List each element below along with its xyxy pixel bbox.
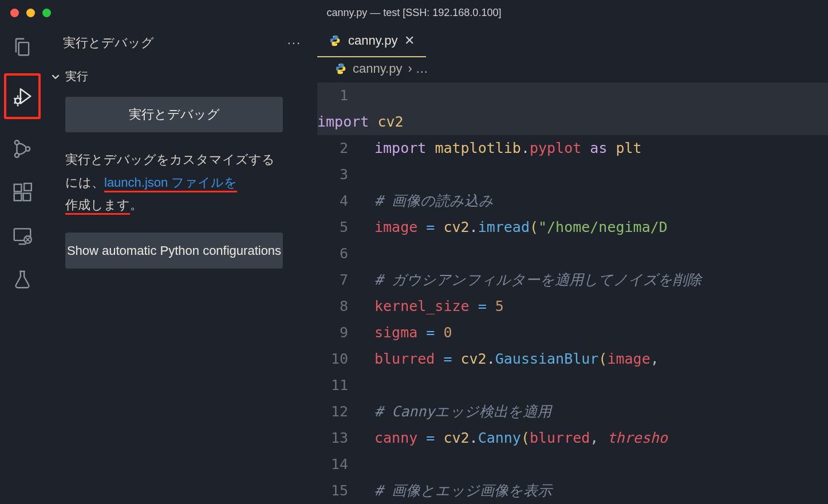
line-number: 8: [317, 293, 374, 320]
more-actions-icon[interactable]: ···: [287, 36, 301, 50]
extensions-icon[interactable]: [9, 179, 36, 206]
show-python-configs-button[interactable]: Show automatic Python configurations: [65, 233, 283, 269]
breadcrumb-rest: › …: [408, 61, 428, 76]
line-number: 15: [317, 478, 374, 504]
svg-point-13: [342, 72, 343, 73]
run-section-header[interactable]: 実行: [45, 69, 317, 84]
svg-rect-7: [24, 183, 31, 191]
line-number: 14: [317, 451, 374, 478]
remote-explorer-icon[interactable]: [9, 222, 36, 250]
line-number: 7: [317, 267, 374, 293]
svg-rect-6: [23, 194, 31, 201]
line-number: 6: [317, 241, 374, 267]
editor-group: canny.py ✕ canny.py › … 1import cv2 2imp…: [317, 25, 828, 504]
code-editor[interactable]: 1import cv2 2import matplotlib.pyplot as…: [317, 80, 828, 504]
run-and-debug-button[interactable]: 実行とデバッグ: [65, 97, 283, 132]
tab-bar: canny.py ✕: [317, 25, 828, 57]
activity-bar: [0, 25, 45, 504]
sidebar-panel: 実行とデバッグ ··· 実行 実行とデバッグ 実行とデバッグをカスタマイズするに…: [45, 25, 317, 504]
line-number: 2: [317, 135, 374, 162]
run-section-label: 実行: [65, 69, 88, 84]
svg-rect-4: [14, 184, 22, 192]
svg-point-2: [15, 153, 19, 157]
line-number: 5: [317, 214, 374, 241]
configure-description: 実行とデバッグをカスタマイズするには、launch.json ファイルを作成しま…: [65, 148, 283, 216]
create-launch-json-link[interactable]: launch.json ファイルを: [104, 175, 237, 192]
svg-rect-5: [14, 194, 22, 201]
line-number: 11: [317, 372, 374, 399]
line-number: 3: [317, 162, 374, 188]
line-number: 10: [317, 346, 374, 372]
python-file-icon: [329, 34, 341, 47]
breadcrumb[interactable]: canny.py › …: [317, 57, 828, 80]
line-number: 9: [317, 320, 374, 346]
tab-filename: canny.py: [348, 33, 397, 48]
svg-point-10: [333, 36, 334, 37]
svg-point-1: [15, 140, 19, 144]
svg-point-3: [26, 147, 30, 151]
explorer-icon[interactable]: [9, 33, 36, 61]
line-number: 1: [317, 82, 374, 109]
svg-point-11: [336, 44, 337, 45]
python-file-icon: [334, 62, 347, 75]
run-and-debug-icon[interactable]: [4, 73, 41, 119]
line-number: 4: [317, 188, 374, 214]
close-tab-icon[interactable]: ✕: [404, 33, 415, 48]
source-control-icon[interactable]: [9, 135, 36, 163]
title-bar: canny.py — test [SSH: 192.168.0.100]: [0, 0, 828, 25]
line-number: 12: [317, 399, 374, 425]
window-title: canny.py — test [SSH: 192.168.0.100]: [0, 7, 828, 19]
testing-icon[interactable]: [9, 266, 36, 293]
tab-canny-py[interactable]: canny.py ✕: [317, 25, 426, 57]
line-number: 13: [317, 425, 374, 451]
sidebar-title: 実行とデバッグ: [63, 34, 154, 52]
svg-point-12: [338, 64, 340, 65]
breadcrumb-file: canny.py: [353, 61, 402, 76]
